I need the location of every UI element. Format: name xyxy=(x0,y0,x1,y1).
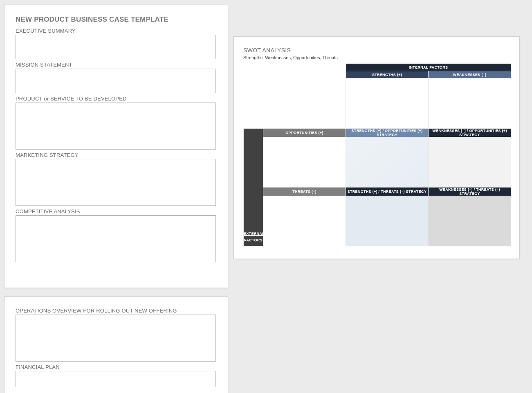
swot-heading: SWOT ANALYSIS xyxy=(243,47,510,54)
swot-wo-strategy-header: WEAKNESSES (–) / OPPORTUNITIES (+) STRAT… xyxy=(429,129,511,137)
swot-so-strategy-header: STRENGTHS (+) / OPPORTUNITIES (+) STRATE… xyxy=(346,129,429,137)
input-operations-overview[interactable] xyxy=(16,315,216,362)
swot-wt-strategy-cell[interactable] xyxy=(429,196,511,246)
input-financial-plan[interactable] xyxy=(16,371,216,387)
input-marketing-strategy[interactable] xyxy=(16,159,216,206)
input-product-service[interactable] xyxy=(16,103,216,150)
document-title: NEW PRODUCT BUSINESS CASE TEMPLATE xyxy=(16,16,217,24)
swot-strengths-header: STRENGTHS (+) xyxy=(346,71,429,78)
swot-threats-cell[interactable] xyxy=(263,196,346,246)
swot-weaknesses-cell[interactable] xyxy=(429,78,511,129)
swot-upper-blank xyxy=(263,64,346,129)
swot-threats-header: THREATS (–) xyxy=(263,188,346,196)
template-page-2: OPERATIONS OVERVIEW FOR ROLLING OUT NEW … xyxy=(4,296,228,393)
swot-external-factors-header: EXTERNAL FACTORS xyxy=(244,129,263,246)
swot-wo-strategy-cell[interactable] xyxy=(429,137,511,188)
label-financial-plan: FINANCIAL PLAN xyxy=(16,364,217,370)
label-competitive-analysis: COMPETITIVE ANALYSIS xyxy=(16,208,217,214)
swot-corner-blank xyxy=(244,64,263,129)
swot-subtitle: Strengths, Weaknesses, Opportunities, Th… xyxy=(243,55,510,60)
swot-so-strategy-cell[interactable] xyxy=(346,137,429,188)
swot-external-line1: EXTERNAL xyxy=(244,230,263,237)
label-operations-overview: OPERATIONS OVERVIEW FOR ROLLING OUT NEW … xyxy=(16,308,217,314)
label-product-service: PRODUCT or SERVICE TO BE DEVELOPED xyxy=(16,96,217,102)
input-executive-summary[interactable] xyxy=(16,35,216,59)
swot-external-line2: FACTORS xyxy=(244,237,263,243)
label-marketing-strategy: MARKETING STRATEGY xyxy=(16,152,217,158)
swot-wt-strategy-header: WEAKNESSES (–) / THREATS (–) STRATEGY xyxy=(429,188,511,196)
label-executive-summary: EXECUTIVE SUMMARY xyxy=(16,28,217,34)
swot-st-strategy-cell[interactable] xyxy=(346,196,429,246)
swot-internal-factors-header: INTERNAL FACTORS xyxy=(346,64,511,71)
swot-weaknesses-header: WEAKNESSES (–) xyxy=(429,71,511,78)
swot-opportunities-cell[interactable] xyxy=(263,137,346,188)
swot-matrix: INTERNAL FACTORS STRENGTHS (+) WEAKNESSE… xyxy=(243,63,511,246)
input-competitive-analysis[interactable] xyxy=(16,215,216,262)
label-mission-statement: MISSION STATEMENT xyxy=(16,62,217,68)
template-page-1: NEW PRODUCT BUSINESS CASE TEMPLATE EXECU… xyxy=(4,4,228,288)
swot-opportunities-header: OPPORTUNITIES (+) xyxy=(263,129,346,137)
swot-strengths-cell[interactable] xyxy=(346,78,429,129)
swot-st-strategy-header: STRENGTHS (+) / THREATS (–) STRATEGY xyxy=(346,188,429,196)
template-page-swot: SWOT ANALYSIS Strengths, Weaknesses, Opp… xyxy=(233,36,520,259)
input-mission-statement[interactable] xyxy=(16,69,216,93)
